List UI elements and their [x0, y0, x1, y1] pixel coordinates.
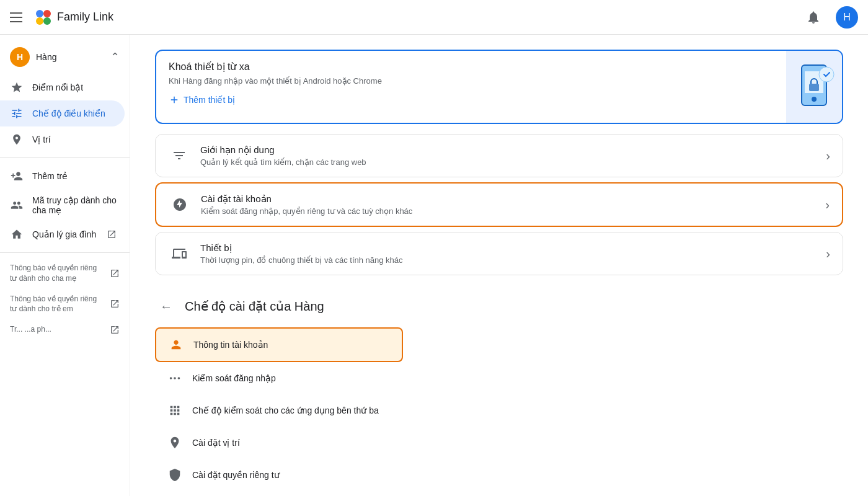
app-header: Family Link H: [0, 0, 868, 35]
sidebar-label-tra-cuu: Tr... ...a ph...: [10, 324, 104, 335]
submenu-item-thong-tin-tai-khoan[interactable]: Thông tin tài khoản: [155, 327, 403, 362]
card-content-tai-khoan: Cài đặt tài khoản Kiểm soát đăng nhập, q…: [201, 193, 815, 216]
svg-point-0: [36, 10, 43, 17]
location-icon: [10, 133, 24, 146]
menu-icon[interactable]: [10, 10, 25, 25]
person-add-icon: [10, 169, 24, 183]
svg-point-11: [178, 377, 180, 379]
submenu-label-cai-dat-vi-tri: Cài đặt vị trí: [192, 438, 240, 448]
sidebar-label-them-tre: Thêm trẻ: [32, 171, 68, 181]
sidebar-label-quan-ly-gia-dinh: Quản lý gia đình: [32, 229, 96, 239]
top-card-body: Khoá thiết bị từ xa Khi Hàng đăng nhập v…: [156, 51, 786, 123]
controls-icon: [10, 107, 24, 120]
sidebar-item-tra-cuu[interactable]: Tr... ...a ph...: [0, 319, 130, 340]
sidebar-divider-2: [0, 252, 130, 253]
submenu-item-cai-dat-quyen-rieng-tu[interactable]: Cài đặt quyền riêng tư: [155, 459, 403, 491]
filter-icon: [168, 144, 190, 167]
shield-icon: [167, 467, 182, 482]
card-row-tai-khoan[interactable]: Cài đặt tài khoản Kiểm soát đăng nhập, q…: [156, 184, 842, 226]
sidebar-label-privacy-children: Thông báo về quyền riêng tư dành cho trẻ…: [10, 294, 104, 315]
svg-point-10: [174, 377, 176, 379]
sidebar-label-privacy-parents: Thông báo về quyền riêng tư dành cho cha…: [10, 263, 104, 284]
svg-point-2: [36, 17, 43, 25]
people-icon: [10, 198, 24, 212]
card-gioi-han-noi-dung[interactable]: Giới hạn nội dung Quản lý kết quả tìm ki…: [155, 134, 843, 177]
star-icon: [10, 81, 24, 94]
family-link-logo: [35, 9, 52, 26]
svg-point-9: [170, 377, 172, 379]
card-desc-tai-khoan: Kiểm soát đăng nhập, quyền riêng tư và c…: [201, 206, 815, 216]
card-title-tai-khoan: Cài đặt tài khoản: [201, 193, 815, 205]
sidebar-label-diem-noi-bat: Điểm nổi bật: [32, 82, 83, 92]
submenu-item-che-do-kiem-soat[interactable]: Chế độ kiểm soát cho các ứng dụng bên th…: [155, 394, 403, 427]
sidebar-user[interactable]: H Hàng ⌃: [0, 40, 130, 74]
sidebar-item-vi-tri[interactable]: Vị trí: [0, 126, 125, 153]
sidebar-user-avatar: H: [10, 47, 30, 67]
header-right: H: [801, 5, 858, 30]
top-card-title: Khoá thiết bị từ xa: [169, 61, 774, 73]
external-link-icon-2: [110, 268, 120, 278]
submenu-header: ← Chế độ cài đặt của Hàng: [155, 295, 843, 317]
sidebar: H Hàng ⌃ Điểm nổi bật Chế độ điều khiển …: [0, 35, 130, 496]
sidebar-label-ma-truy-cap: Mã truy cập dành cho cha mẹ: [32, 195, 120, 215]
back-button[interactable]: ←: [155, 295, 177, 317]
top-card-khoa-thiet-bi: Khoá thiết bị từ xa Khi Hàng đăng nhập v…: [155, 50, 843, 124]
submenu-panel: ← Chế độ cài đặt của Hàng Thông tin tài …: [155, 295, 843, 491]
add-device-link[interactable]: Thêm thiết bị: [184, 95, 235, 105]
sidebar-label-vi-tri: Vị trí: [32, 135, 51, 144]
device-lock-image: [786, 51, 842, 123]
sidebar-item-quan-ly-gia-dinh[interactable]: Quản lý gia đình: [0, 221, 130, 247]
devices-icon: [168, 242, 190, 265]
sidebar-user-chevron-icon: ⌃: [110, 50, 120, 64]
location-pin-icon: [167, 435, 182, 450]
external-link-icon-3: [110, 299, 120, 309]
svg-point-8: [819, 67, 834, 82]
sidebar-item-privacy-parents[interactable]: Thông báo về quyền riêng tư dành cho cha…: [0, 258, 130, 289]
sidebar-label-che-do-dieu-khien: Chế độ điều khiển: [32, 108, 105, 118]
sidebar-item-diem-noi-bat[interactable]: Điểm nổi bật: [0, 74, 125, 100]
card-row-gioi-han[interactable]: Giới hạn nội dung Quản lý kết quả tìm ki…: [156, 135, 843, 177]
main-content: Khoá thiết bị từ xa Khi Hàng đăng nhập v…: [130, 35, 868, 496]
card-title-thiet-bi: Thiết bị: [200, 242, 816, 254]
card-row-thiet-bi[interactable]: Thiết bị Thời lượng pin, đồ chuông thiết…: [156, 232, 843, 275]
dots-icon: [167, 371, 182, 386]
chevron-right-icon-thiet-bi: ›: [826, 247, 830, 261]
home-icon: [10, 228, 24, 241]
sidebar-item-che-do-dieu-khien[interactable]: Chế độ điều khiển: [0, 100, 125, 126]
person-icon: [169, 337, 184, 352]
card-content-gioi-han: Giới hạn nội dung Quản lý kết quả tìm ki…: [200, 144, 816, 167]
top-card-desc: Khi Hàng đăng nhập vào một thiết bị Andr…: [169, 76, 774, 86]
apps-icon: [167, 403, 182, 418]
submenu-label-cai-dat-quyen-rieng-tu: Cài đặt quyền riêng tư: [192, 470, 280, 480]
avatar[interactable]: H: [836, 6, 858, 29]
external-link-icon-4: [110, 325, 120, 335]
sidebar-user-name: Hàng: [36, 52, 104, 62]
svg-rect-7: [809, 84, 819, 91]
notification-button[interactable]: [801, 5, 826, 30]
card-cai-dat-tai-khoan[interactable]: Cài đặt tài khoản Kiểm soát đăng nhập, q…: [155, 182, 843, 227]
submenu-item-kiem-soat-dang-nhap[interactable]: Kiểm soát đăng nhập: [155, 362, 403, 394]
app-title: Family Link: [57, 11, 801, 24]
svg-point-6: [812, 97, 817, 102]
submenu-item-cai-dat-vi-tri[interactable]: Cài đặt vị trí: [155, 427, 403, 459]
submenu-label-kiem-soat-dang-nhap: Kiểm soát đăng nhập: [192, 373, 276, 383]
chevron-right-icon-gioi-han: ›: [826, 149, 830, 163]
main-layout: H Hàng ⌃ Điểm nổi bật Chế độ điều khiển …: [0, 35, 868, 496]
sidebar-item-them-tre[interactable]: Thêm trẻ: [0, 163, 130, 189]
card-thiet-bi[interactable]: Thiết bị Thời lượng pin, đồ chuông thiết…: [155, 232, 843, 275]
card-desc-gioi-han: Quản lý kết quả tìm kiếm, chặn các trang…: [200, 157, 816, 167]
svg-point-1: [43, 10, 51, 17]
submenu-title: Chế độ cài đặt của Hàng: [185, 299, 324, 314]
submenu-label-che-do-kiem-soat: Chế độ kiểm soát cho các ứng dụng bên th…: [192, 405, 379, 415]
add-device-action[interactable]: Thêm thiết bị: [169, 92, 774, 113]
chevron-right-icon-tai-khoan: ›: [825, 198, 830, 212]
external-link-icon: [105, 228, 118, 241]
sidebar-item-ma-truy-cap[interactable]: Mã truy cập dành cho cha mẹ: [0, 189, 130, 221]
card-desc-thiet-bi: Thời lượng pin, đồ chuông thiết bị và cá…: [200, 255, 816, 265]
account-icon: [169, 193, 191, 216]
sidebar-divider-1: [0, 157, 130, 158]
card-content-thiet-bi: Thiết bị Thời lượng pin, đồ chuông thiết…: [200, 242, 816, 265]
card-title-gioi-han: Giới hạn nội dung: [200, 144, 816, 156]
sidebar-item-privacy-children[interactable]: Thông báo về quyền riêng tư dành cho trẻ…: [0, 289, 130, 320]
svg-point-3: [43, 17, 51, 25]
